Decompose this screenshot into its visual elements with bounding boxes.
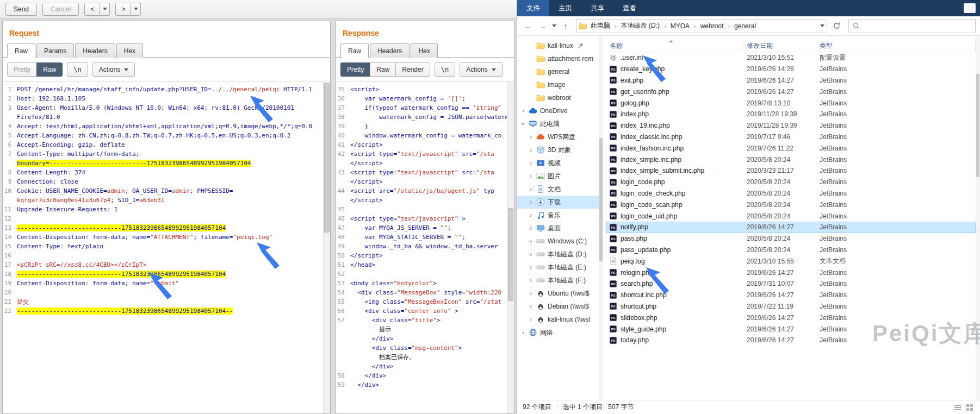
- file-row-relogin.php[interactable]: PSrelogin.php2019/6/26 14:27JetBrains: [606, 267, 976, 278]
- request-scrollbar[interactable]: [323, 82, 330, 413]
- cancel-button[interactable]: Cancel: [42, 3, 79, 16]
- request-tab-hex[interactable]: Hex: [116, 43, 143, 58]
- sidebar-item-图片[interactable]: ›图片: [517, 170, 599, 183]
- file-row-golog.php[interactable]: PSgolog.php2019/7/8 13:10JetBrains: [606, 97, 976, 109]
- response-actions-button[interactable]: Actions: [460, 62, 502, 77]
- expand-chevron-icon[interactable]: ›: [528, 278, 534, 283]
- sidebar-item-debian-wsl-[interactable]: ›Debian (\\wsl$: [517, 300, 599, 313]
- expand-chevron-icon[interactable]: ›: [528, 317, 534, 322]
- sidebar-item-webroot[interactable]: webroot: [517, 91, 599, 104]
- sidebar-item-视频[interactable]: ›视频: [517, 156, 599, 170]
- request-tab-headers[interactable]: Headers: [75, 43, 115, 58]
- breadcrumb-segment[interactable]: general: [730, 22, 760, 30]
- breadcrumb-segment[interactable]: MYOA: [667, 22, 693, 30]
- breadcrumb-segment[interactable]: 本地磁盘 (D:): [617, 21, 663, 30]
- expand-chevron-icon[interactable]: ›: [528, 186, 534, 192]
- forward-button[interactable]: →: [536, 20, 549, 33]
- file-row-index_19.inc.php[interactable]: PSindex_19.inc.php2019/11/28 19:39JetBra…: [606, 120, 976, 131]
- expand-chevron-icon[interactable]: ›: [528, 239, 534, 244]
- file-row-shortcut.php[interactable]: PSshortcut.php2019/7/22 11:19JetBrains: [606, 301, 976, 312]
- request-mode-raw-button[interactable]: Raw: [36, 62, 63, 77]
- expand-chevron-icon[interactable]: ›: [528, 173, 534, 179]
- history-back-button[interactable]: <: [84, 3, 100, 16]
- menu-item-共享[interactable]: 共享: [581, 0, 613, 16]
- response-mode-pretty-button[interactable]: Pretty: [340, 62, 370, 77]
- recent-locations-dropdown[interactable]: [551, 24, 557, 27]
- file-row-search.php[interactable]: PSsearch.php2019/7/31 10:07JetBrains: [606, 278, 976, 290]
- search-box[interactable]: [848, 19, 976, 33]
- expand-chevron-icon[interactable]: ›: [520, 108, 526, 114]
- address-bar[interactable]: 此电脑›本地磁盘 (D:)›MYOA›webroot›general: [576, 19, 827, 33]
- file-row-.user.ini[interactable]: .user.ini2021/3/10 15:51配置设置: [606, 52, 976, 64]
- expand-chevron-icon[interactable]: ›: [528, 265, 534, 270]
- column-header-0[interactable]: 名称: [606, 40, 743, 52]
- history-forward-button[interactable]: >: [115, 3, 131, 16]
- file-row-login_code_scan.php[interactable]: PSlogin_code_scan.php2020/5/8 20:24JetBr…: [606, 199, 976, 210]
- expand-chevron-icon[interactable]: ›: [528, 252, 534, 257]
- file-row-notify.php[interactable]: PSnotify.php2019/6/26 14:27JetBrains: [606, 222, 976, 233]
- sidebar-item-general[interactable]: general: [517, 65, 599, 78]
- file-row-pass_update.php[interactable]: PSpass_update.php2020/5/8 20:24JetBrains: [606, 244, 976, 256]
- response-tab-headers[interactable]: Headers: [370, 43, 410, 58]
- response-scrollbar[interactable]: [507, 82, 514, 413]
- request-editor[interactable]: 1POST /general/hr/manage/staff_info/upda…: [3, 82, 323, 413]
- menu-item-文件[interactable]: 文件: [517, 0, 549, 16]
- file-row-login_code.php[interactable]: PSlogin_code.php2020/5/8 20:24JetBrains: [606, 177, 976, 188]
- sidebar-item-音乐[interactable]: ›音乐: [517, 209, 599, 222]
- file-row-create_key.php[interactable]: PScreate_key.php2019/6/26 14:26JetBrains: [606, 64, 976, 75]
- sidebar-item-onedrive[interactable]: ›OneDrive: [517, 104, 599, 117]
- up-button[interactable]: ↑: [559, 20, 572, 33]
- column-header-1[interactable]: 修改日期: [743, 40, 816, 52]
- file-row-index_fashion.inc.php[interactable]: PSindex_fashion.inc.php2019/7/26 11:22Je…: [606, 142, 976, 154]
- request-tab-params[interactable]: Params: [36, 43, 74, 58]
- file-row-exit.php[interactable]: PSexit.php2019/6/26 14:27JetBrains: [606, 75, 976, 86]
- history-back-dropdown[interactable]: [100, 3, 110, 16]
- history-forward-dropdown[interactable]: [131, 3, 141, 16]
- scrollbar-thumb[interactable]: [324, 83, 330, 233]
- file-row-peiqi.log[interactable]: peiqi.log2021/3/10 15:55文本文档: [606, 255, 976, 267]
- breadcrumb-segment[interactable]: webroot: [697, 22, 728, 30]
- sidebar-item-ubuntu-wsl-[interactable]: ›Ubuntu (\\wsl$: [517, 287, 599, 300]
- file-row-index_classic.inc.php[interactable]: PSindex_classic.inc.php2019/7/17 9:46Jet…: [606, 131, 976, 143]
- file-row-index_simple_submit.inc.php[interactable]: PSindex_simple_submit.inc.php2020/3/23 2…: [606, 165, 976, 177]
- menu-item-查看[interactable]: 查看: [613, 0, 646, 16]
- back-button[interactable]: ←: [522, 20, 535, 33]
- sidebar-item-kali-linux-wsl[interactable]: ›kali-linux (\\wsl: [517, 313, 599, 326]
- sidebar-item-文档[interactable]: ›文档: [517, 183, 599, 196]
- sidebar-item-kali-linux[interactable]: kali-linux: [517, 39, 599, 52]
- file-row-login_code_uid.php[interactable]: PSlogin_code_uid.php2020/5/8 20:24JetBra…: [606, 210, 976, 222]
- response-mode-raw-button[interactable]: Raw: [370, 62, 396, 77]
- refresh-button[interactable]: [830, 20, 843, 33]
- scrollbar-thumb[interactable]: [599, 138, 603, 262]
- scrollbar-thumb[interactable]: [508, 208, 513, 301]
- sidebar-item-wps网盘[interactable]: ›WPS网盘: [517, 130, 599, 143]
- sidebar-item-本地磁盘-d:-[interactable]: ›本地磁盘 (D:): [517, 248, 599, 261]
- send-button[interactable]: Send: [5, 3, 37, 16]
- ribbon-expand-button[interactable]: [964, 3, 976, 13]
- expand-chevron-icon[interactable]: ›: [528, 160, 534, 166]
- details-view-button[interactable]: [953, 403, 963, 412]
- show-nonprintable-button[interactable]: \n: [67, 62, 88, 77]
- file-row-index.php[interactable]: PSindex.php2019/11/28 19:39JetBrains: [606, 109, 976, 120]
- expand-chevron-icon[interactable]: ›: [528, 304, 534, 309]
- scrollbar-thumb[interactable]: [976, 74, 979, 177]
- sidebar-item-3d-对象[interactable]: ›3D 对象: [517, 143, 599, 156]
- expand-chevron-icon[interactable]: ›: [528, 212, 534, 218]
- tree-scrollbar[interactable]: [599, 36, 603, 400]
- request-mode-pretty-button[interactable]: Pretty: [7, 62, 37, 77]
- expand-chevron-icon[interactable]: ›: [528, 199, 534, 205]
- show-nonprintable-button[interactable]: \n: [435, 62, 455, 77]
- sidebar-item-windows-c:-[interactable]: ›Windows (C:): [517, 235, 599, 248]
- thumbnails-view-button[interactable]: [965, 403, 975, 412]
- response-tab-raw[interactable]: Raw: [340, 43, 369, 58]
- expand-chevron-icon[interactable]: ›: [528, 147, 534, 153]
- sidebar-item-attachment-rem[interactable]: attachment-rem: [517, 52, 599, 65]
- expand-chevron-icon[interactable]: ›: [528, 225, 534, 231]
- sidebar-item-桌面[interactable]: ›桌面: [517, 222, 599, 235]
- response-mode-render-button[interactable]: Render: [395, 62, 430, 77]
- sidebar-item-本地磁盘-e:-[interactable]: ›本地磁盘 (E:): [517, 261, 599, 274]
- response-tab-hex[interactable]: Hex: [411, 43, 437, 58]
- sidebar-item-网络[interactable]: ›网络: [517, 326, 599, 339]
- request-actions-button[interactable]: Actions: [92, 62, 135, 77]
- column-header-2[interactable]: 类型: [816, 40, 976, 52]
